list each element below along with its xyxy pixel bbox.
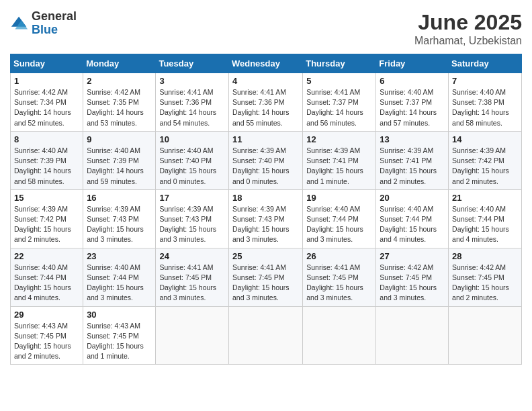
day-info: Sunrise: 4:40 AMSunset: 7:44 PMDaylight:… <box>380 204 445 245</box>
day-number: 2 <box>87 76 152 86</box>
month-title: June 2025 <box>414 10 522 35</box>
day-info: Sunrise: 4:39 AMSunset: 7:41 PMDaylight:… <box>306 146 372 187</box>
calendar-cell: 21Sunrise: 4:40 AMSunset: 7:44 PMDayligh… <box>449 189 522 248</box>
day-number: 1 <box>14 76 79 86</box>
day-number: 15 <box>14 193 79 203</box>
calendar-cell: 3Sunrise: 4:41 AMSunset: 7:36 PMDaylight… <box>156 73 229 132</box>
day-info: Sunrise: 4:43 AMSunset: 7:45 PMDaylight:… <box>14 321 79 362</box>
calendar-cell: 4Sunrise: 4:41 AMSunset: 7:36 PMDaylight… <box>228 73 302 132</box>
header-sunday: Sunday <box>11 54 83 73</box>
day-number: 17 <box>159 193 225 203</box>
day-number: 25 <box>232 251 299 261</box>
calendar-cell: 16Sunrise: 4:39 AMSunset: 7:43 PMDayligh… <box>83 189 156 248</box>
day-info: Sunrise: 4:41 AMSunset: 7:36 PMDaylight:… <box>232 87 299 128</box>
header-monday: Monday <box>83 54 156 73</box>
calendar-cell <box>376 306 449 365</box>
day-number: 29 <box>14 310 79 320</box>
day-info: Sunrise: 4:42 AMSunset: 7:45 PMDaylight:… <box>380 263 445 304</box>
logo-icon <box>10 14 29 33</box>
day-number: 4 <box>232 76 299 86</box>
day-info: Sunrise: 4:41 AMSunset: 7:36 PMDaylight:… <box>159 87 225 128</box>
day-info: Sunrise: 4:40 AMSunset: 7:44 PMDaylight:… <box>306 204 372 245</box>
calendar-cell: 26Sunrise: 4:41 AMSunset: 7:45 PMDayligh… <box>303 248 376 306</box>
calendar-week-3: 15Sunrise: 4:39 AMSunset: 7:42 PMDayligh… <box>11 189 522 248</box>
calendar-cell <box>449 306 522 365</box>
day-info: Sunrise: 4:40 AMSunset: 7:44 PMDaylight:… <box>452 204 518 245</box>
day-info: Sunrise: 4:43 AMSunset: 7:45 PMDaylight:… <box>87 321 152 362</box>
day-number: 28 <box>452 251 518 261</box>
calendar-cell: 18Sunrise: 4:39 AMSunset: 7:43 PMDayligh… <box>228 189 302 248</box>
header-saturday: Saturday <box>449 54 522 73</box>
calendar-week-2: 8Sunrise: 4:40 AMSunset: 7:39 PMDaylight… <box>11 131 522 189</box>
day-number: 24 <box>159 251 225 261</box>
logo-general: General <box>32 10 77 24</box>
day-info: Sunrise: 4:42 AMSunset: 7:45 PMDaylight:… <box>452 263 518 304</box>
calendar-cell: 19Sunrise: 4:40 AMSunset: 7:44 PMDayligh… <box>303 189 376 248</box>
calendar-cell: 17Sunrise: 4:39 AMSunset: 7:43 PMDayligh… <box>156 189 229 248</box>
calendar-cell: 24Sunrise: 4:41 AMSunset: 7:45 PMDayligh… <box>156 248 229 306</box>
calendar-cell: 2Sunrise: 4:42 AMSunset: 7:35 PMDaylight… <box>83 73 156 132</box>
page-header: General Blue June 2025 Marhamat, Uzbekis… <box>10 10 522 47</box>
day-info: Sunrise: 4:40 AMSunset: 7:39 PMDaylight:… <box>87 146 152 187</box>
day-number: 6 <box>380 76 445 86</box>
calendar-cell <box>228 306 302 365</box>
day-number: 22 <box>14 251 79 261</box>
day-number: 20 <box>380 193 445 203</box>
day-number: 19 <box>306 193 372 203</box>
day-info: Sunrise: 4:41 AMSunset: 7:45 PMDaylight:… <box>232 263 299 304</box>
day-info: Sunrise: 4:40 AMSunset: 7:38 PMDaylight:… <box>452 87 518 128</box>
calendar-cell: 6Sunrise: 4:40 AMSunset: 7:37 PMDaylight… <box>376 73 449 132</box>
day-number: 30 <box>87 310 152 320</box>
header-thursday: Thursday <box>303 54 376 73</box>
day-number: 12 <box>306 134 372 144</box>
day-info: Sunrise: 4:40 AMSunset: 7:37 PMDaylight:… <box>380 87 445 128</box>
header-wednesday: Wednesday <box>228 54 302 73</box>
calendar-cell: 8Sunrise: 4:40 AMSunset: 7:39 PMDaylight… <box>11 131 83 189</box>
calendar-cell: 30Sunrise: 4:43 AMSunset: 7:45 PMDayligh… <box>83 306 156 365</box>
day-number: 27 <box>380 251 445 261</box>
day-info: Sunrise: 4:40 AMSunset: 7:40 PMDaylight:… <box>159 146 225 187</box>
day-info: Sunrise: 4:42 AMSunset: 7:34 PMDaylight:… <box>14 87 79 128</box>
calendar-cell: 14Sunrise: 4:39 AMSunset: 7:42 PMDayligh… <box>449 131 522 189</box>
day-number: 21 <box>452 193 518 203</box>
calendar-cell: 11Sunrise: 4:39 AMSunset: 7:40 PMDayligh… <box>228 131 302 189</box>
calendar-cell: 5Sunrise: 4:41 AMSunset: 7:37 PMDaylight… <box>303 73 376 132</box>
calendar-cell: 10Sunrise: 4:40 AMSunset: 7:40 PMDayligh… <box>156 131 229 189</box>
calendar-cell: 7Sunrise: 4:40 AMSunset: 7:38 PMDaylight… <box>449 73 522 132</box>
calendar-cell: 28Sunrise: 4:42 AMSunset: 7:45 PMDayligh… <box>449 248 522 306</box>
calendar-cell: 23Sunrise: 4:40 AMSunset: 7:44 PMDayligh… <box>83 248 156 306</box>
calendar-cell: 29Sunrise: 4:43 AMSunset: 7:45 PMDayligh… <box>11 306 83 365</box>
day-number: 5 <box>306 76 372 86</box>
calendar-cell: 1Sunrise: 4:42 AMSunset: 7:34 PMDaylight… <box>11 73 83 132</box>
calendar-cell: 20Sunrise: 4:40 AMSunset: 7:44 PMDayligh… <box>376 189 449 248</box>
logo-blue: Blue <box>32 24 77 37</box>
day-info: Sunrise: 4:41 AMSunset: 7:45 PMDaylight:… <box>159 263 225 304</box>
calendar-cell <box>303 306 376 365</box>
calendar-cell: 12Sunrise: 4:39 AMSunset: 7:41 PMDayligh… <box>303 131 376 189</box>
day-number: 9 <box>87 134 152 144</box>
location-title: Marhamat, Uzbekistan <box>414 35 522 47</box>
day-info: Sunrise: 4:40 AMSunset: 7:44 PMDaylight:… <box>87 263 152 304</box>
day-info: Sunrise: 4:39 AMSunset: 7:42 PMDaylight:… <box>14 204 79 245</box>
calendar-cell <box>156 306 229 365</box>
calendar-cell: 9Sunrise: 4:40 AMSunset: 7:39 PMDaylight… <box>83 131 156 189</box>
day-info: Sunrise: 4:39 AMSunset: 7:43 PMDaylight:… <box>232 204 299 245</box>
day-number: 26 <box>306 251 372 261</box>
calendar-week-4: 22Sunrise: 4:40 AMSunset: 7:44 PMDayligh… <box>11 248 522 306</box>
day-info: Sunrise: 4:39 AMSunset: 7:40 PMDaylight:… <box>232 146 299 187</box>
logo: General Blue <box>10 10 77 37</box>
day-number: 18 <box>232 193 299 203</box>
calendar-week-1: 1Sunrise: 4:42 AMSunset: 7:34 PMDaylight… <box>11 73 522 132</box>
day-number: 13 <box>380 134 445 144</box>
day-number: 11 <box>232 134 299 144</box>
day-info: Sunrise: 4:40 AMSunset: 7:44 PMDaylight:… <box>14 263 79 304</box>
day-number: 16 <box>87 193 152 203</box>
day-number: 10 <box>159 134 225 144</box>
day-info: Sunrise: 4:39 AMSunset: 7:42 PMDaylight:… <box>452 146 518 187</box>
day-info: Sunrise: 4:39 AMSunset: 7:43 PMDaylight:… <box>87 204 152 245</box>
day-info: Sunrise: 4:41 AMSunset: 7:37 PMDaylight:… <box>306 87 372 128</box>
header-friday: Friday <box>376 54 449 73</box>
day-info: Sunrise: 4:42 AMSunset: 7:35 PMDaylight:… <box>87 87 152 128</box>
calendar-cell: 15Sunrise: 4:39 AMSunset: 7:42 PMDayligh… <box>11 189 83 248</box>
title-area: June 2025 Marhamat, Uzbekistan <box>414 10 522 47</box>
